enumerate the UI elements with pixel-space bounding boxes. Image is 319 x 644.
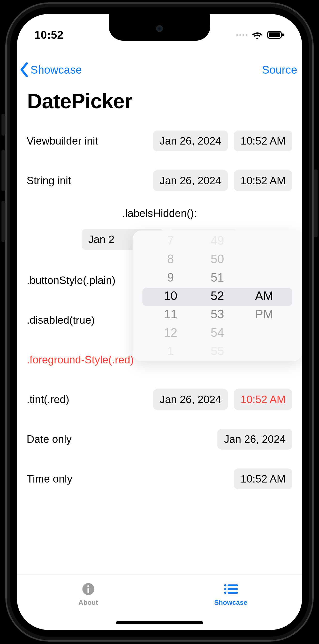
- tab-label: Showcase: [214, 599, 247, 606]
- row-time-only: Time only 10:52 AM: [26, 466, 292, 492]
- hour-option: 1: [167, 342, 174, 360]
- hour-option: 11: [164, 305, 178, 324]
- hour-option: 8: [167, 250, 174, 268]
- date-chip[interactable]: Jan 26, 2024: [153, 130, 228, 151]
- chips: Jan 26, 2024 10:52 AM: [153, 130, 292, 151]
- svg-rect-7: [228, 584, 238, 586]
- svg-rect-1: [269, 32, 280, 37]
- hour-option: 9: [167, 268, 174, 287]
- minute-option: 50: [210, 250, 224, 268]
- status-right: [236, 30, 285, 39]
- info-circle-icon: [81, 582, 96, 596]
- row-label: Date only: [26, 433, 72, 446]
- back-label: Showcase: [30, 63, 82, 76]
- minute-option: 54: [210, 324, 224, 342]
- volume-down-button: [2, 201, 5, 242]
- minute-option: 51: [210, 268, 224, 287]
- time-picker-popover[interactable]: 7 8 9 10 11 12 1 49 50 51 52 53 54 55: [133, 230, 302, 361]
- chips: Jan 26, 2024: [217, 429, 292, 450]
- ampm-selected: AM: [255, 287, 273, 305]
- hour-wheel[interactable]: 7 8 9 10 11 12 1: [147, 230, 194, 361]
- row-label: String init: [26, 174, 71, 187]
- battery-icon: [267, 30, 285, 39]
- date-chip[interactable]: Jan 26, 2024: [153, 389, 228, 410]
- row-tint-red: .tint(.red) Jan 26, 2024 10:52 AM: [26, 386, 292, 412]
- source-button[interactable]: Source: [262, 63, 297, 76]
- navigation-bar: Showcase Source: [17, 55, 302, 84]
- date-chip[interactable]: Jan 26, 2024: [153, 170, 228, 191]
- time-chip[interactable]: 10:52 AM: [234, 389, 292, 410]
- minute-wheel[interactable]: 49 50 51 52 53 54 55: [194, 230, 240, 361]
- chips: Jan 26, 2024 10:52 AM: [153, 170, 292, 191]
- minute-option: 55: [210, 342, 224, 360]
- minute-option: 53: [210, 305, 224, 324]
- list-bullet-icon: [224, 582, 238, 596]
- date-chip[interactable]: Jan 26, 2024: [217, 429, 292, 450]
- chips: Jan 26, 2024 10:52 AM: [153, 389, 292, 410]
- svg-point-6: [224, 584, 226, 586]
- ampm-wheel[interactable]: . . . AM PM . .: [241, 230, 288, 361]
- time-chip[interactable]: 10:52 AM: [234, 130, 292, 151]
- time-chip[interactable]: 10:52 AM: [234, 468, 292, 489]
- chevron-left-icon: [19, 62, 29, 77]
- row-viewbuilder-init: Viewbuilder init Jan 26, 2024 10:52 AM: [26, 128, 292, 154]
- screen: 10:52 Showcase Source DatePicke: [17, 14, 302, 630]
- hour-selected: 10: [164, 287, 178, 305]
- svg-point-10: [224, 592, 226, 594]
- wifi-icon: [252, 30, 263, 39]
- volume-up-button: [2, 150, 5, 191]
- minute-selected: 52: [210, 287, 224, 305]
- svg-rect-9: [228, 588, 238, 590]
- svg-rect-5: [87, 588, 89, 593]
- tab-label: About: [78, 599, 98, 606]
- svg-rect-11: [228, 592, 238, 594]
- page-title: DatePicker: [27, 89, 132, 113]
- row-label: Time only: [26, 472, 72, 486]
- row-label: .foreground-Style(.red): [26, 354, 134, 366]
- minute-option: 49: [210, 232, 224, 250]
- labelshidden-caption: .labelsHidden():: [26, 207, 292, 219]
- svg-point-8: [224, 588, 226, 590]
- device-stage: 10:52 Showcase Source DatePicke: [0, 0, 319, 644]
- status-bar: 10:52: [17, 25, 302, 44]
- carrier-dots-icon: [236, 34, 247, 36]
- row-label: .tint(.red): [26, 393, 69, 406]
- power-button: [314, 170, 318, 237]
- status-time: 10:52: [34, 28, 64, 42]
- hour-option: 12: [164, 324, 178, 342]
- ampm-option: PM: [255, 305, 273, 324]
- home-indicator[interactable]: [116, 621, 203, 624]
- row-label: .disabled(true): [26, 314, 95, 326]
- svg-rect-2: [282, 34, 284, 36]
- row-string-init: String init Jan 26, 2024 10:52 AM: [26, 168, 292, 194]
- time-chip[interactable]: 10:52 AM: [234, 170, 292, 191]
- chips: 10:52 AM: [234, 468, 292, 489]
- row-date-only: Date only Jan 26, 2024: [26, 426, 292, 452]
- hour-option: 7: [167, 232, 174, 250]
- svg-point-4: [87, 586, 89, 587]
- row-label: .buttonStyle(.plain): [26, 274, 116, 287]
- row-label: Viewbuilder init: [26, 134, 98, 148]
- back-button[interactable]: Showcase: [19, 62, 82, 77]
- picker-wheels: 7 8 9 10 11 12 1 49 50 51 52 53 54 55: [133, 230, 302, 361]
- ringer-switch: [2, 114, 5, 136]
